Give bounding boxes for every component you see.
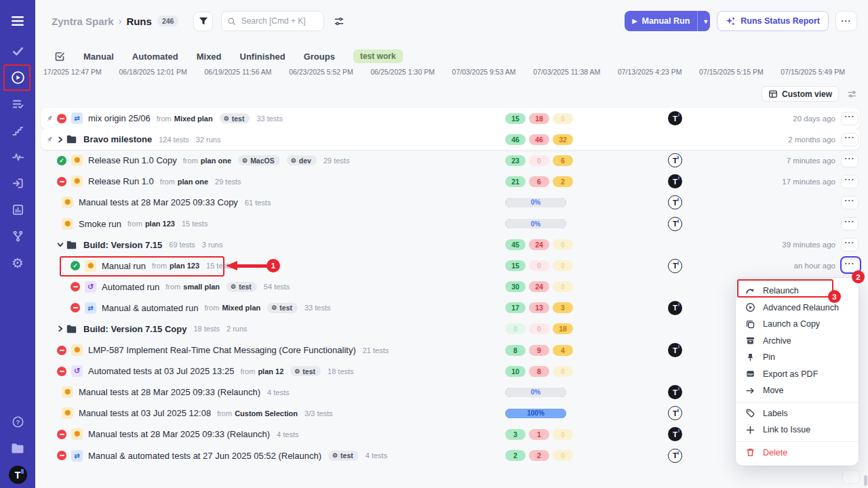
run-row[interactable]: ✓✺Manual runfromplan 12315 tests1500Tan … xyxy=(41,256,860,277)
import-icon[interactable] xyxy=(4,170,31,197)
run-row[interactable]: ✺Release Run 1.0fromplan one29 tests2162… xyxy=(41,171,860,192)
run-title[interactable]: Manual tests at 28 Mar 2025 09:33 (Relau… xyxy=(79,387,260,397)
run-row[interactable]: ✓✺Release Run 1.0 Copyfromplan one⚙MacOS… xyxy=(41,150,860,171)
user-avatar[interactable]: T xyxy=(4,462,31,488)
assignee-avatar[interactable]: T xyxy=(668,111,682,125)
run-plan[interactable]: Mixed plan xyxy=(174,115,213,123)
tag-badge[interactable]: test work xyxy=(353,49,403,63)
assignee-avatar[interactable]: T xyxy=(668,301,682,315)
menu-icon[interactable] xyxy=(4,9,31,33)
assignee-avatar[interactable]: T xyxy=(668,406,682,420)
tab-mixed[interactable]: Mixed xyxy=(197,52,222,62)
menu-item-labels[interactable]: Labels xyxy=(736,405,859,422)
integrations-branch-icon[interactable] xyxy=(4,223,31,249)
reports-chart-icon[interactable] xyxy=(4,197,31,223)
assignee-avatar[interactable]: T xyxy=(668,449,682,463)
menu-item-link-to-issue[interactable]: Link to Issue xyxy=(736,422,859,439)
run-title[interactable]: Build: Version 7.15 Copy xyxy=(83,324,186,334)
shared-steps-icon[interactable] xyxy=(4,91,31,117)
help-icon[interactable]: ? xyxy=(4,409,31,435)
columns-settings-icon[interactable] xyxy=(847,89,857,99)
assignee-avatar[interactable]: T xyxy=(668,427,682,441)
assignee-avatar[interactable]: T xyxy=(668,385,682,399)
stat-pill-yellow: 6 xyxy=(553,155,573,166)
chevron-right-icon[interactable] xyxy=(57,136,66,143)
run-title[interactable]: mix origin 25/06 xyxy=(88,113,151,123)
run-title[interactable]: Automated run xyxy=(102,282,159,292)
run-plan[interactable]: plan one xyxy=(201,157,231,165)
chevron-right-icon[interactable] xyxy=(57,325,66,332)
run-row[interactable]: ⇄mix origin 25/06fromMixed plan⚙test33 t… xyxy=(41,108,860,129)
run-title[interactable]: LMP-587 Implement Real-Time Chat Messagi… xyxy=(88,345,356,355)
menu-item-archive[interactable]: Archive xyxy=(736,333,859,350)
run-title[interactable]: Smoke run xyxy=(79,219,121,229)
run-title[interactable]: Build: Version 7.15 xyxy=(83,240,162,250)
run-title[interactable]: Manual & automated run xyxy=(102,303,198,313)
tab-unfinished[interactable]: Unfinished xyxy=(240,52,285,62)
run-title[interactable]: Release Run 1.0 Copy xyxy=(88,155,177,165)
row-more-button[interactable]: ··· xyxy=(841,175,859,188)
chevron-down-icon[interactable]: ▾ xyxy=(698,18,710,25)
menu-item-export-as-pdf[interactable]: PDFExport as PDF xyxy=(736,366,859,383)
runs-status-report-button[interactable]: Runs Status Report xyxy=(717,11,829,31)
search-box[interactable] xyxy=(221,11,324,31)
search-input[interactable] xyxy=(240,16,318,26)
display-settings-icon[interactable] xyxy=(334,16,344,26)
run-row[interactable]: ✺Manual tests at 28 Mar 2025 09:33 Copy6… xyxy=(41,192,860,213)
row-more-button[interactable]: ··· xyxy=(841,238,859,251)
group-row[interactable]: Build: Version 7.1569 tests3 runs4524039… xyxy=(41,235,860,256)
tab-groups[interactable]: Groups xyxy=(304,52,335,62)
run-title[interactable]: Manual tests at 28 Mar 2025 09:33 (Relau… xyxy=(88,429,270,439)
row-more-button[interactable]: ··· xyxy=(841,217,859,230)
run-title[interactable]: Bravo milestone xyxy=(83,134,152,144)
run-plan[interactable]: Mixed plan xyxy=(222,304,260,312)
run-plan[interactable]: plan one xyxy=(178,178,208,186)
run-plan[interactable]: Custom Selection xyxy=(235,409,298,418)
run-title[interactable]: Manual tests at 03 Jul 2025 12:08 xyxy=(79,408,211,418)
custom-view-button[interactable]: Custom view xyxy=(762,86,839,102)
menu-item-delete[interactable]: Delete xyxy=(736,445,859,462)
run-plan[interactable]: small plan xyxy=(183,283,220,291)
documents-folder-icon[interactable] xyxy=(4,435,31,462)
milestones-steps-icon[interactable] xyxy=(4,117,31,144)
runs-play-icon[interactable] xyxy=(4,64,31,91)
scrollbar-thumb[interactable] xyxy=(864,475,867,486)
tab-manual[interactable]: Manual xyxy=(83,52,114,62)
tab-automated[interactable]: Automated xyxy=(132,52,178,62)
header-more-button[interactable]: ··· xyxy=(835,11,857,31)
row-more-button[interactable]: ··· xyxy=(841,154,859,167)
row-more-button[interactable] xyxy=(842,470,860,484)
menu-item-pin[interactable]: Pin xyxy=(736,349,859,366)
menu-item-launch-a-copy[interactable]: Launch a Copy xyxy=(736,316,859,333)
menu-item-move[interactable]: Move xyxy=(736,382,859,399)
run-row[interactable]: ✺Smoke runfromplan 12315 tests0%T··· xyxy=(41,213,860,234)
breadcrumb-project[interactable]: Zyntra Spark xyxy=(52,16,114,27)
settings-gear-icon[interactable]: ⚙ xyxy=(4,249,31,276)
run-title[interactable]: Release Run 1.0 xyxy=(88,176,154,186)
assignee-avatar[interactable]: T xyxy=(668,174,682,188)
defects-pulse-icon[interactable] xyxy=(4,144,31,170)
assignee-avatar[interactable]: T xyxy=(668,217,682,231)
assignee-avatar[interactable]: T xyxy=(668,195,682,209)
run-title[interactable]: Manual run xyxy=(102,261,146,271)
run-title[interactable]: Manual & automated tests at 27 Jun 2025 … xyxy=(88,451,321,461)
test-cases-check-icon[interactable] xyxy=(4,38,31,64)
run-title[interactable]: Manual tests at 28 Mar 2025 09:33 Copy xyxy=(79,197,238,207)
assignee-avatar[interactable]: T xyxy=(668,343,682,357)
row-more-button[interactable]: ··· xyxy=(841,112,859,125)
run-plan[interactable]: plan 123 xyxy=(170,262,199,270)
select-all-icon[interactable] xyxy=(54,51,65,62)
run-plan[interactable]: plan 123 xyxy=(145,220,175,228)
run-plan[interactable]: plan 12 xyxy=(258,367,283,375)
status-stopped-icon xyxy=(57,451,66,460)
assignee-avatar[interactable]: T xyxy=(668,259,682,273)
chevron-down-icon[interactable] xyxy=(57,241,66,248)
manual-run-button[interactable]: ▶ Manual Run ▾ xyxy=(625,11,711,31)
row-more-button[interactable]: ··· xyxy=(841,133,859,146)
group-row[interactable]: Bravo milestone124 tests32 runs4646322 m… xyxy=(41,129,860,150)
row-more-button[interactable]: ··· xyxy=(841,196,859,209)
run-title[interactable]: Automated tests at 03 Jul 2025 13:25 xyxy=(88,366,234,376)
filter-button[interactable] xyxy=(193,12,213,31)
menu-item-advanced-relaunch[interactable]: Advanced Relaunch xyxy=(736,300,859,317)
assignee-avatar[interactable]: T xyxy=(668,153,682,167)
